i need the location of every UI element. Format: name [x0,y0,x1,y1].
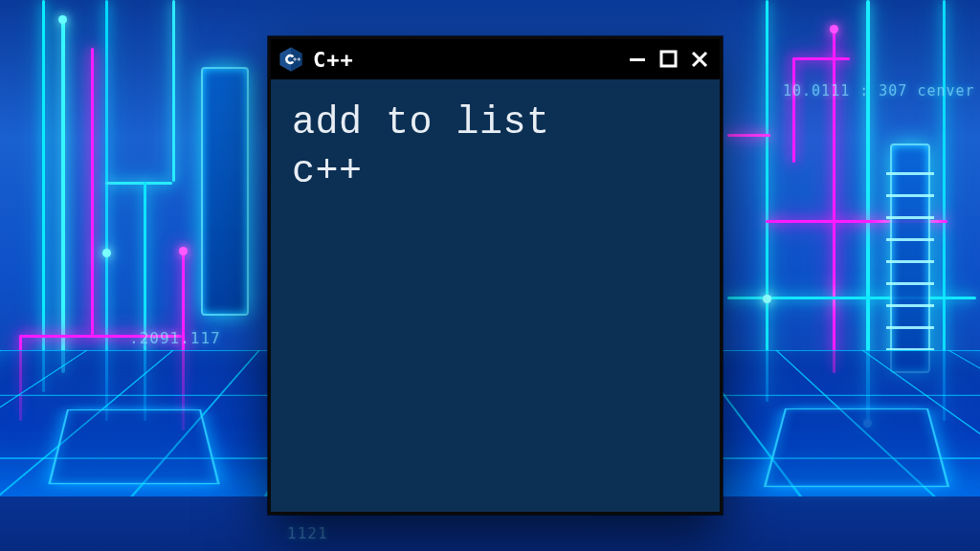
maximize-button[interactable] [658,49,679,70]
window-content: add to list c++ [271,79,720,215]
cpp-icon [278,47,303,72]
titlebar[interactable]: C++ [271,39,720,79]
svg-rect-3 [293,59,297,60]
svg-rect-7 [661,52,676,66]
close-button[interactable] [689,49,710,70]
bg-label-3: 1121 [287,524,328,542]
content-line-1: add to list [292,99,699,147]
content-line-2: c++ [292,147,699,196]
bg-label-2: 10.0111 : 307 cenver [783,82,975,99]
minimize-button[interactable] [628,49,649,70]
bg-label-1: .2091.117 [129,329,221,347]
app-window: C++ add to list c++ [268,36,723,515]
window-controls [628,49,710,70]
svg-rect-5 [297,59,301,60]
window-title: C++ [313,48,354,72]
svg-rect-6 [630,58,645,61]
